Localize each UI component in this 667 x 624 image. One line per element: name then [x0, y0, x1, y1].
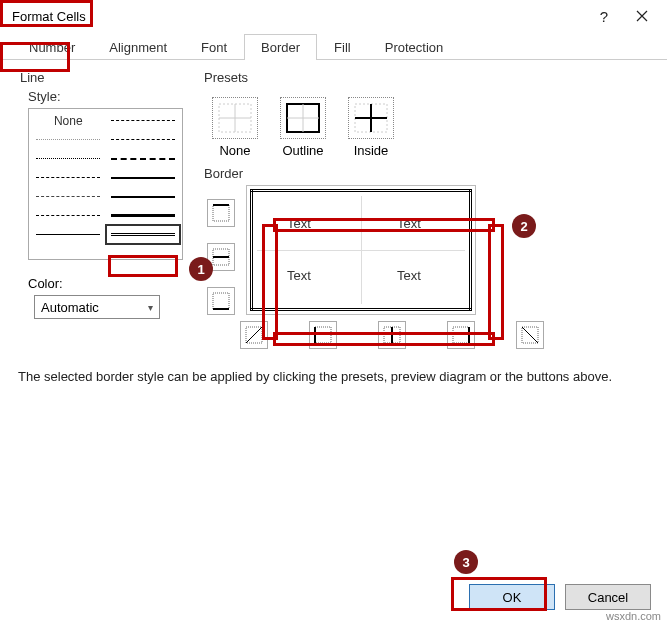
watermark: wsxdn.com — [606, 610, 661, 622]
line-style-opt[interactable] — [106, 130, 181, 149]
border-top-button[interactable] — [207, 199, 235, 227]
tab-protection[interactable]: Protection — [368, 34, 461, 60]
line-style-double-selected[interactable] — [106, 225, 181, 244]
description-text: The selected border style can be applied… — [18, 369, 649, 384]
preset-inside[interactable]: Inside — [348, 97, 394, 158]
preview-cell: Text — [287, 268, 311, 283]
close-icon — [636, 10, 648, 22]
border-diag-up-button[interactable] — [240, 321, 268, 349]
preset-none-label: None — [219, 143, 250, 158]
svg-rect-17 — [315, 327, 331, 343]
svg-line-24 — [522, 327, 538, 343]
border-bottom-button[interactable] — [207, 287, 235, 315]
border-middle-h-button[interactable] — [207, 243, 235, 271]
border-middle-v-button[interactable] — [378, 321, 406, 349]
cancel-button[interactable]: Cancel — [565, 584, 651, 610]
line-style-opt[interactable] — [106, 111, 181, 130]
line-style-opt[interactable] — [31, 187, 106, 206]
line-style-opt[interactable] — [31, 168, 106, 187]
svg-line-16 — [246, 327, 262, 343]
line-style-opt[interactable] — [31, 225, 106, 244]
ok-button[interactable]: OK — [469, 584, 555, 610]
dialog-content: Line Style: None — [0, 60, 667, 578]
border-right-button[interactable] — [447, 321, 475, 349]
preview-cell: Text — [397, 268, 421, 283]
dialog-title: Format Cells — [8, 9, 90, 24]
border-section-label: Border — [204, 166, 649, 181]
color-value: Automatic — [41, 300, 99, 315]
dialog-footer: OK Cancel — [0, 578, 667, 624]
tab-fill[interactable]: Fill — [317, 34, 368, 60]
line-style-opt[interactable] — [31, 130, 106, 149]
line-style-none[interactable]: None — [31, 111, 106, 130]
tab-alignment[interactable]: Alignment — [92, 34, 184, 60]
line-style-grid[interactable]: None — [28, 108, 183, 260]
tab-border[interactable]: Border — [244, 34, 317, 60]
titlebar: Format Cells ? — [0, 0, 667, 32]
line-style-opt[interactable] — [106, 149, 181, 168]
chevron-down-icon: ▾ — [148, 302, 153, 313]
tab-strip: Number Alignment Font Border Fill Protec… — [0, 32, 667, 60]
line-style-opt[interactable] — [106, 206, 181, 225]
border-diag-down-button[interactable] — [516, 321, 544, 349]
preset-none-icon — [212, 97, 258, 139]
line-style-opt[interactable] — [31, 206, 106, 225]
svg-rect-21 — [453, 327, 469, 343]
preset-none[interactable]: None — [212, 97, 258, 158]
tab-font[interactable]: Font — [184, 34, 244, 60]
style-label: Style: — [28, 89, 188, 104]
line-style-opt[interactable] — [106, 187, 181, 206]
format-cells-dialog: Format Cells ? Number Alignment Font Bor… — [0, 0, 667, 624]
preset-outline[interactable]: Outline — [280, 97, 326, 158]
line-style-opt[interactable] — [106, 168, 181, 187]
preset-inside-label: Inside — [354, 143, 389, 158]
line-section-label: Line — [20, 70, 188, 85]
preview-cell: Text — [397, 216, 421, 231]
color-dropdown[interactable]: Automatic ▾ — [34, 295, 160, 319]
color-label: Color: — [28, 276, 188, 291]
border-preview[interactable]: Text Text Text Text — [246, 185, 476, 315]
help-button[interactable]: ? — [585, 2, 623, 30]
preset-outline-label: Outline — [282, 143, 323, 158]
svg-rect-13 — [213, 293, 229, 309]
preset-outline-icon — [280, 97, 326, 139]
preview-cell: Text — [287, 216, 311, 231]
close-button[interactable] — [623, 2, 661, 30]
line-style-opt[interactable] — [31, 149, 106, 168]
border-left-button[interactable] — [309, 321, 337, 349]
presets-section-label: Presets — [204, 70, 649, 85]
preset-inside-icon — [348, 97, 394, 139]
tab-number[interactable]: Number — [12, 34, 92, 60]
svg-rect-9 — [213, 205, 229, 221]
